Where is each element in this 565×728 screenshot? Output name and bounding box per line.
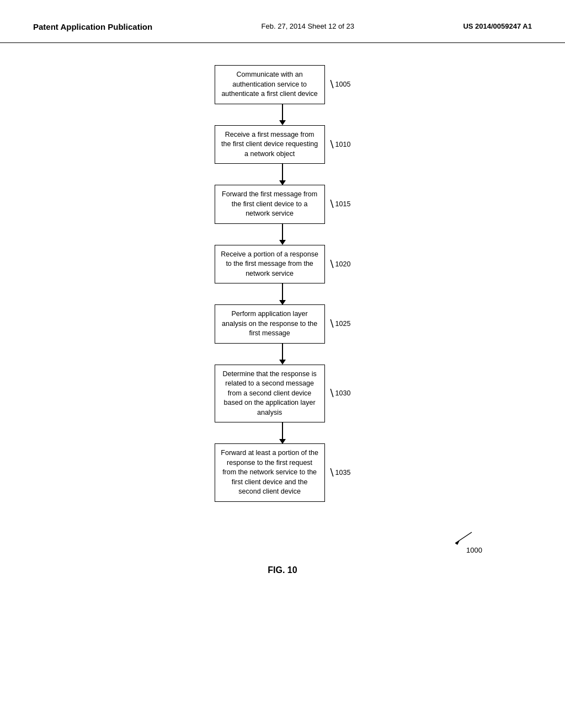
patent-page: Patent Application Publication Feb. 27, …: [0, 0, 565, 728]
step-row-1015: Forward the first message from the first…: [215, 185, 351, 224]
page-header: Patent Application Publication Feb. 27, …: [0, 0, 565, 43]
step-box-1025: Perform application layer analysis on th…: [215, 304, 325, 344]
step-row-1010: Receive a first message from the first c…: [215, 125, 351, 164]
arrow-1015-1020: [279, 224, 286, 245]
step-label-1005: ∖ 1005: [328, 79, 351, 89]
step-box-1030: Determine that the response is related t…: [215, 365, 325, 423]
step-box-1020: Receive a portion of a response to the f…: [215, 245, 325, 284]
step-label-1035: ∖ 1035: [328, 468, 351, 478]
step-box-1015: Forward the first message from the first…: [215, 185, 325, 224]
header-publication-label: Patent Application Publication: [33, 22, 152, 31]
step-row-1020: Receive a portion of a response to the f…: [215, 245, 351, 284]
step-label-1015: ∖ 1015: [328, 199, 351, 209]
step-box-1005: Communicate with an authentication servi…: [215, 65, 325, 104]
diagram-label-area: 1000: [0, 529, 565, 554]
arrow-1020-1025: [279, 283, 286, 304]
header-patent-number: US 2014/0059247 A1: [463, 22, 532, 30]
arrow-1005-1010: [279, 104, 286, 125]
flowchart: Communicate with an authentication servi…: [0, 43, 565, 513]
arrow-1010-1015: [279, 164, 286, 185]
step-label-1030: ∖ 1030: [328, 388, 351, 398]
step-row-1025: Perform application layer analysis on th…: [215, 304, 351, 344]
figure-label: FIG. 10: [0, 565, 565, 575]
step-row-1030: Determine that the response is related t…: [215, 365, 351, 423]
arrow-1025-1030: [279, 344, 286, 365]
diagram-number-label: 1000: [466, 546, 482, 554]
step-row-1005: Communicate with an authentication servi…: [215, 65, 351, 104]
step-row-1035: Forward at least a portion of the respon…: [215, 443, 351, 502]
step-label-1020: ∖ 1020: [328, 259, 351, 269]
step-box-1010: Receive a first message from the first c…: [215, 125, 325, 164]
svg-line-0: [455, 532, 472, 543]
diagram-arrow-icon: [450, 529, 477, 546]
header-date-sheet: Feb. 27, 2014 Sheet 12 of 23: [262, 22, 354, 30]
arrow-1030-1035: [279, 422, 286, 443]
step-label-1025: ∖ 1025: [328, 319, 351, 329]
step-box-1035: Forward at least a portion of the respon…: [215, 443, 325, 502]
step-label-1010: ∖ 1010: [328, 140, 351, 149]
